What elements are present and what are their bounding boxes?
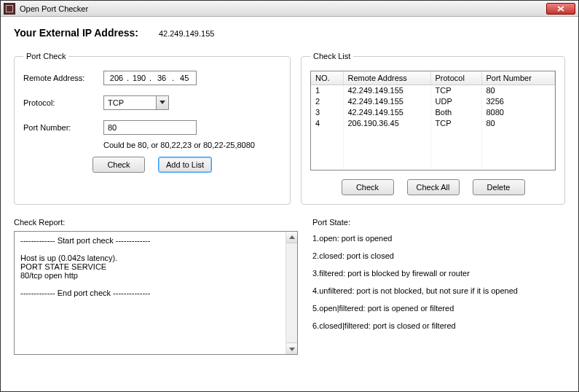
table-row-empty: .	[311, 128, 555, 139]
port-state-item: 4.unfiltered: port is not blocked, but n…	[312, 286, 565, 295]
report-label: Check Report:	[14, 218, 298, 227]
port-number-label: Port Number:	[23, 123, 103, 132]
ip-seg-b[interactable]	[130, 73, 149, 83]
port-state-title: Port State:	[312, 218, 565, 227]
titlebar: Open Port Checker	[1, 1, 578, 17]
table-row-empty: .	[311, 139, 555, 150]
col-no[interactable]: NO.	[311, 71, 343, 85]
chevron-down-icon	[289, 347, 295, 351]
table-row[interactable]: 342.249.149.155Both8080	[311, 106, 555, 117]
table-row[interactable]: 4206.190.36.45TCP80	[311, 117, 555, 128]
ip-seg-c[interactable]	[152, 73, 171, 83]
col-port[interactable]: Port Number	[481, 71, 555, 85]
port-state-item: 2.closed: port is closed	[312, 251, 565, 260]
external-ip-value: 42.249.149.155	[159, 29, 214, 38]
checklist-check-button[interactable]: Check	[342, 179, 394, 195]
checklist-delete-button[interactable]: Delete	[473, 179, 525, 195]
window-title: Open Port Checker	[20, 4, 546, 13]
protocol-select[interactable]: TCP	[103, 95, 169, 110]
ip-seg-d[interactable]	[175, 73, 194, 83]
chevron-up-icon	[289, 235, 295, 240]
chevron-down-icon	[159, 101, 165, 105]
table-row-empty: .	[311, 150, 555, 161]
report-text[interactable]: ------------- Start port check ---------…	[15, 232, 285, 354]
scroll-down-button[interactable]	[286, 342, 297, 354]
col-protocol[interactable]: Protocol	[430, 71, 481, 85]
col-address[interactable]: Remote Address	[343, 71, 430, 85]
close-button[interactable]	[546, 3, 575, 15]
checklist-table[interactable]: NO. Remote Address Protocol Port Number …	[310, 71, 556, 170]
protocol-dropdown-button[interactable]	[156, 96, 168, 109]
add-to-list-button[interactable]: Add to List	[158, 157, 212, 173]
port-state-item: 3.filtered: port is blocked by firewall …	[312, 269, 565, 278]
app-icon	[4, 3, 15, 15]
remote-address-label: Remote Address:	[23, 74, 103, 82]
port-state-item: 1.open: port is opened	[312, 234, 565, 243]
checklist-checkall-button[interactable]: Check All	[407, 179, 460, 195]
check-button[interactable]: Check	[92, 157, 145, 173]
checklist-group: Check List NO. Remote Address Protocol P…	[301, 52, 565, 205]
report-box: ------------- Start port check ---------…	[14, 231, 298, 355]
protocol-label: Protocol:	[23, 98, 103, 107]
report-scrollbar[interactable]	[285, 232, 297, 354]
port-state-item: 5.open|filtered: port is opened or filte…	[312, 304, 565, 313]
scroll-up-button[interactable]	[286, 232, 297, 243]
table-row[interactable]: 242.249.149.155UDP3256	[311, 95, 555, 106]
remote-address-input[interactable]: . . .	[103, 71, 197, 85]
port-hint: Could be 80, or 80,22,23 or 80,22-25,808…	[103, 141, 281, 149]
app-window: Open Port Checker Your External IP Addre…	[0, 0, 579, 392]
table-row[interactable]: 142.249.149.155TCP80	[311, 85, 555, 95]
table-header-row: NO. Remote Address Protocol Port Number	[311, 71, 555, 85]
table-row-empty: .	[311, 161, 555, 170]
portcheck-legend: Port Check	[23, 52, 68, 60]
port-number-input[interactable]	[103, 120, 197, 135]
portcheck-group: Port Check Remote Address: . . . Protoco…	[14, 52, 291, 205]
checklist-legend: Check List	[310, 52, 353, 60]
protocol-value: TCP	[104, 98, 156, 107]
close-icon	[557, 6, 564, 12]
external-ip-label: Your External IP Address:	[14, 27, 138, 39]
port-state-item: 6.closed|filtered: port is closed or fil…	[312, 321, 565, 330]
ip-seg-a[interactable]	[107, 73, 126, 83]
